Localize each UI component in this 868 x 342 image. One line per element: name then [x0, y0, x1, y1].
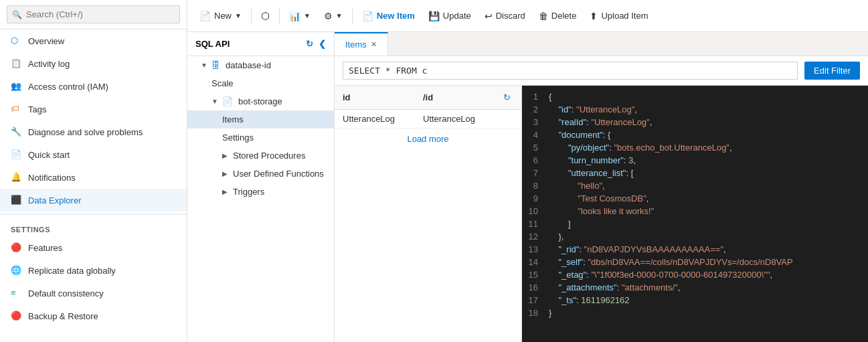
triggers-label: Triggers	[233, 187, 264, 197]
line-content-3: "realId": "UtteranceLog",	[549, 117, 868, 127]
view-button[interactable]: 📊 ▼	[282, 4, 317, 28]
line-num-4: 4	[522, 130, 549, 140]
line-content-10: "looks like it works!"	[549, 206, 868, 216]
tree-udf-item[interactable]: ▶ User Defined Functions	[187, 165, 334, 183]
sidebar-item-data-explorer[interactable]: ⬛ Data Explorer	[0, 189, 187, 211]
col-header-slash-id: /id	[415, 90, 498, 105]
sidebar-item-features[interactable]: 🔴 Features	[0, 236, 187, 259]
update-button[interactable]: 💾 Update	[422, 4, 478, 28]
table-row[interactable]: UtteranceLog UtteranceLog	[335, 110, 521, 129]
tree-items-item[interactable]: Items	[187, 110, 334, 129]
sidebar-item-quickstart[interactable]: 📄 Quick start	[0, 143, 187, 166]
sidebar-item-default-consistency[interactable]: ≡ Default consistency	[0, 282, 187, 305]
line-content-12: },	[549, 232, 868, 242]
sidebar-item-replicate[interactable]: 🌐 Replicate data globally	[0, 259, 187, 282]
json-line-18: 18 }	[522, 307, 868, 320]
arrow-stored-procedures: ▶	[222, 152, 230, 159]
search-icon: 🔍	[12, 10, 22, 19]
settings-dropdown-icon: ▼	[336, 12, 343, 19]
sidebar-item-overview[interactable]: ⬡ Overview	[0, 29, 187, 52]
sidebar-item-diagnose[interactable]: 🔧 Diagnose and solve problems	[0, 120, 187, 143]
line-content-11: ]	[549, 219, 868, 229]
line-content-6: "turn_number": 3,	[549, 155, 868, 165]
iam-icon: 👥	[11, 81, 21, 92]
discard-button[interactable]: ↩ Discard	[478, 4, 532, 28]
features-icon: 🔴	[11, 242, 21, 253]
json-line-10: 10 "looks like it works!"	[522, 205, 868, 218]
consistency-icon: ≡	[11, 288, 21, 298]
toolbar-sep-1	[251, 8, 252, 24]
tree-database-item[interactable]: ▼ 🗄 database-id	[187, 56, 334, 74]
line-num-1: 1	[522, 92, 549, 102]
json-line-9: 9 "Test CosmosDB",	[522, 193, 868, 205]
line-num-18: 18	[522, 308, 549, 318]
line-num-5: 5	[522, 143, 549, 153]
tab-items-label: Items	[345, 39, 367, 50]
sidebar-item-notifications[interactable]: 🔔 Notifications	[0, 166, 187, 189]
json-line-8: 8 "hello",	[522, 180, 868, 193]
discard-icon: ↩	[485, 11, 493, 21]
database-label: database-id	[226, 60, 271, 70]
tree-panel: SQL API ↻ ❮ ▼ 🗄 database-id Scale ▼ 📄	[187, 32, 335, 342]
tree-stored-procedures-item[interactable]: ▶ Stored Procedures	[187, 147, 334, 165]
container-icon: 📄	[222, 96, 233, 106]
sql-api-label: SQL API	[195, 39, 230, 49]
line-num-16: 16	[522, 282, 549, 292]
database-icon: 🗄	[211, 60, 220, 70]
json-editor: 1 { 2 "id": "UtteranceLog", 3 "realId": …	[522, 86, 868, 342]
line-content-8: "hello",	[549, 181, 868, 191]
tree-header-icons: ↻ ❮	[306, 39, 326, 49]
line-num-9: 9	[522, 193, 549, 203]
upload-item-button[interactable]: ⬆ Upload Item	[583, 4, 655, 28]
sidebar-item-tags[interactable]: 🏷 Tags	[0, 98, 187, 120]
json-line-13: 13 "_rid": "nD8VAPJDYVsBAAAAAAAAAA==",	[522, 244, 868, 256]
line-num-7: 7	[522, 168, 549, 178]
line-num-15: 15	[522, 270, 549, 280]
toolbar-sep-3	[352, 8, 353, 24]
tree-settings-item[interactable]: Settings	[187, 129, 334, 147]
line-num-3: 3	[522, 117, 549, 127]
tab-close-icon[interactable]: ✕	[371, 40, 377, 49]
activity-icon: 📋	[11, 58, 21, 69]
json-line-12: 12 },	[522, 231, 868, 244]
line-content-15: "_etag": "\"1f00f3ed-0000-0700-0000-6014…	[549, 270, 868, 280]
data-explorer-icon: ⬛	[11, 195, 21, 205]
open-query-button[interactable]: ⬡	[254, 4, 276, 28]
tags-icon: 🏷	[11, 104, 21, 114]
delete-button[interactable]: 🗑 Delete	[532, 4, 584, 28]
new-dropdown-arrow: ▼	[235, 12, 242, 19]
toolbar: 📄 New ▼ ⬡ 📊 ▼ ⚙ ▼ 📄 New Item 💾 Update ↩ …	[187, 0, 868, 32]
items-list-section: id /id ↻ UtteranceLog UtteranceLog Load …	[335, 86, 522, 342]
json-line-2: 2 "id": "UtteranceLog",	[522, 104, 868, 116]
load-more-link[interactable]: Load more	[335, 129, 521, 149]
diagnose-icon: 🔧	[11, 126, 21, 137]
query-input[interactable]	[343, 62, 798, 80]
edit-filter-button[interactable]: Edit Filter	[804, 62, 860, 80]
line-num-11: 11	[522, 219, 549, 229]
item-slash-id-cell: UtteranceLog	[415, 110, 521, 128]
sidebar-item-iam[interactable]: 👥 Access control (IAM)	[0, 75, 187, 98]
line-content-2: "id": "UtteranceLog",	[549, 104, 868, 114]
sidebar-item-activity-log[interactable]: 📋 Activity log	[0, 52, 187, 75]
sidebar-item-backup[interactable]: 🔴 Backup & Restore	[0, 305, 187, 327]
line-content-16: "_attachments": "attachments/",	[549, 282, 868, 292]
tree-bot-storage-item[interactable]: ▼ 📄 bot-storage	[187, 92, 334, 110]
item-id-cell: UtteranceLog	[335, 110, 415, 128]
tree-triggers-item[interactable]: ▶ Triggers	[187, 183, 334, 201]
header-refresh-icon[interactable]: ↻	[498, 90, 516, 105]
new-button[interactable]: 📄 New ▼	[193, 4, 248, 28]
line-content-14: "_self": "dbs/nD8VAA==/colls/nD8VAPJDYVs…	[549, 257, 868, 267]
quickstart-icon: 📄	[11, 149, 21, 160]
json-line-3: 3 "realId": "UtteranceLog",	[522, 116, 868, 129]
json-line-16: 16 "_attachments": "attachments/",	[522, 282, 868, 294]
search-input[interactable]	[7, 5, 180, 23]
update-icon: 💾	[428, 11, 440, 21]
line-content-5: "py/object": "bots.echo_bot.UtteranceLog…	[549, 143, 868, 153]
settings-button[interactable]: ⚙ ▼	[317, 4, 349, 28]
new-item-button[interactable]: 📄 New Item	[355, 4, 422, 28]
tree-scale-item[interactable]: Scale	[187, 74, 334, 92]
collapse-icon[interactable]: ❮	[319, 39, 326, 49]
refresh-icon[interactable]: ↻	[306, 39, 313, 49]
line-num-6: 6	[522, 155, 549, 165]
tab-items[interactable]: Items ✕	[335, 32, 388, 56]
